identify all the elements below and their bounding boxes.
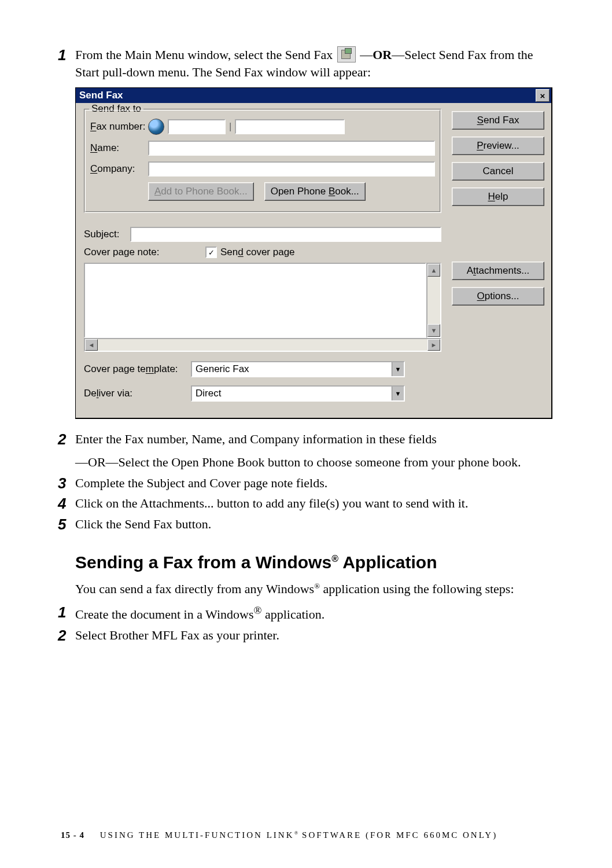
name-label: Name: <box>90 142 148 154</box>
send-fax-button[interactable]: Send Fax <box>452 111 544 130</box>
step-5-text: Click the Send Fax button. <box>75 516 211 533</box>
subject-label: Subject: <box>84 229 130 240</box>
step-5: 5 Click the Send Fax button. <box>58 516 560 533</box>
step-1: 1 From the Main Menu window, select the … <box>58 46 560 80</box>
company-label: Company: <box>90 163 148 175</box>
help-button[interactable]: Help <box>452 187 544 206</box>
fax-number-label: Fax number: <box>90 121 148 133</box>
cover-page-note-label: Cover page note: <box>84 247 176 258</box>
close-button[interactable]: × <box>536 89 550 102</box>
section-heading: Sending a Fax from a Windows® Applicatio… <box>75 553 560 572</box>
step-number: 5 <box>58 516 75 532</box>
step-number: 2 <box>58 627 75 643</box>
send-cover-page-checkbox[interactable]: ✓ <box>205 247 217 258</box>
close-icon: × <box>540 91 545 101</box>
name-row: Name: <box>90 141 435 156</box>
attachments-button[interactable]: Attachments... <box>452 262 544 280</box>
subject-input[interactable] <box>130 227 441 242</box>
section-para: You can send a fax directly from any Win… <box>75 580 560 598</box>
para-part-a: You can send a fax directly from any Win… <box>75 582 314 596</box>
text-b: application. <box>261 607 325 621</box>
step-4: 4 Click on the Attachments... button to … <box>58 495 560 512</box>
dialog-title: Send Fax <box>79 90 123 101</box>
cover-note-textarea-wrap: ▲ ▼ <box>84 263 441 338</box>
step-b1: 1 Create the document in a Windows® appl… <box>58 604 560 623</box>
dialog-right-buttons: Send Fax Preview... Cancel Help <box>452 109 544 213</box>
subject-row: Subject: <box>84 227 441 242</box>
template-combo[interactable]: Generic Fax ▼ <box>191 361 405 377</box>
bold-or: OR <box>373 47 392 62</box>
footer-text-a: USING THE MULTI-FUNCTION LINK <box>100 830 294 840</box>
page-footer: 15 - 4 USING THE MULTI-FUNCTION LINK® SO… <box>61 830 497 840</box>
step-3-text: Complete the Subject and Cover page note… <box>75 475 327 492</box>
registered-mark: ® <box>331 554 338 564</box>
options-button[interactable]: Options... <box>452 287 544 306</box>
deliver-label: Deliver via: <box>84 388 191 399</box>
send-cover-page-label: Send cover page <box>220 247 295 258</box>
text: —Select the Open Phone Book button to ch… <box>106 455 521 469</box>
bold-or: OR <box>88 455 106 469</box>
cover-note-header-row: Cover page note: ✓ Send cover page <box>84 247 441 258</box>
deliver-value: Direct <box>192 388 392 399</box>
step-number: 4 <box>58 495 75 511</box>
fax-number-input[interactable] <box>235 119 345 134</box>
dialog-titlebar: Send Fax × <box>76 88 551 103</box>
step-1-text: From the Main Menu window, select the Se… <box>75 46 560 80</box>
para-part-b: application using the following steps: <box>320 582 514 596</box>
step-4-text: Click on the Attachments... button to ad… <box>75 495 468 512</box>
cover-note-textarea[interactable] <box>84 263 426 338</box>
step-b2-text: Select Brother MFL Fax as your printer. <box>75 627 279 644</box>
scroll-down-button[interactable]: ▼ <box>427 324 440 337</box>
send-fax-to-group: Send fax to Fax number: | Name: Company: <box>84 109 441 213</box>
step-b1-text: Create the document in a Windows® applic… <box>75 604 325 623</box>
heading-part-b: Application <box>338 553 437 572</box>
company-row: Company: <box>90 161 435 176</box>
fax-number-prefix-input[interactable] <box>168 119 226 134</box>
registered-mark: ® <box>314 581 320 590</box>
preview-button[interactable]: Preview... <box>452 137 544 155</box>
check-mark: ✓ <box>208 249 215 256</box>
step-2-or: —OR—Select the Open Phone Book button to… <box>75 454 560 471</box>
chevron-down-icon: ▼ <box>392 387 404 400</box>
template-row: Cover page template: Generic Fax ▼ <box>84 361 544 377</box>
heading-part-a: Sending a Fax from a Windows <box>75 553 331 572</box>
open-phone-book-button[interactable]: Open Phone Book... <box>264 182 366 201</box>
separator: | <box>226 121 235 133</box>
company-input[interactable] <box>148 161 435 176</box>
name-input[interactable] <box>148 141 435 156</box>
step-number: 2 <box>58 431 75 447</box>
mid-left-column: Subject: Cover page note: ✓ Send cover p… <box>84 227 441 352</box>
manual-page: 1 From the Main Menu window, select the … <box>0 0 612 868</box>
registered-mark: ® <box>253 605 261 616</box>
titlebar-buttons: × <box>536 89 550 102</box>
step-3: 3 Complete the Subject and Cover page no… <box>58 475 560 492</box>
cancel-button[interactable]: Cancel <box>452 162 544 181</box>
send-fax-icon <box>337 46 356 62</box>
group-legend: Send fax to <box>89 103 143 115</box>
deliver-row: Deliver via: Direct ▼ <box>84 385 544 402</box>
dash: — <box>75 455 88 469</box>
template-value: Generic Fax <box>192 363 392 375</box>
scroll-right-button[interactable]: ► <box>427 339 440 351</box>
text: From the Main Menu window, select the Se… <box>75 47 336 62</box>
dialog-mid-area: Subject: Cover page note: ✓ Send cover p… <box>84 227 544 352</box>
page-number: 15 - 4 <box>61 830 84 840</box>
deliver-combo[interactable]: Direct ▼ <box>191 385 405 402</box>
horizontal-scrollbar[interactable]: ◄ ► <box>84 338 441 352</box>
dialog-bottom-area: Cover page template: Generic Fax ▼ Deliv… <box>84 361 544 410</box>
vertical-scrollbar[interactable]: ▲ ▼ <box>426 263 441 338</box>
dialog-top-area: Send fax to Fax number: | Name: Company: <box>84 109 544 213</box>
step-number: 1 <box>58 604 75 620</box>
template-label: Cover page template: <box>84 363 191 375</box>
add-to-phone-book-button: Add to Phone Book... <box>148 182 254 201</box>
scroll-left-button[interactable]: ◄ <box>85 339 98 351</box>
send-fax-dialog: Send Fax × Send fax to Fax number: | <box>75 87 552 419</box>
dialog-body: Send fax to Fax number: | Name: Company: <box>76 103 551 418</box>
text-a: Create the document in a Windows <box>75 607 253 621</box>
globe-icon <box>148 119 164 135</box>
step-b2: 2 Select Brother MFL Fax as your printer… <box>58 627 560 644</box>
send-cover-page-checkbox-wrap: ✓ Send cover page <box>205 247 295 258</box>
scroll-up-button[interactable]: ▲ <box>427 264 440 277</box>
step-2-text: Enter the Fax number, Name, and Company … <box>75 431 437 448</box>
step-number: 3 <box>58 475 75 491</box>
